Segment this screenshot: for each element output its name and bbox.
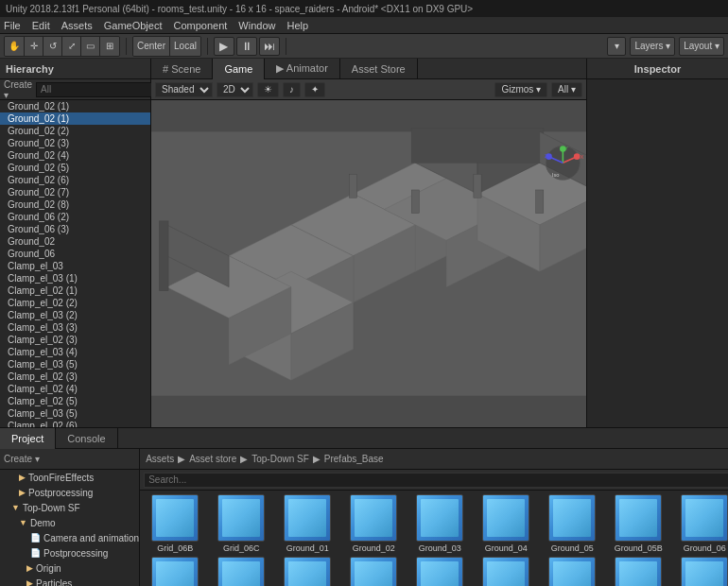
breadcrumb-assets[interactable]: Assets (146, 454, 174, 464)
asset-groundde1[interactable]: Ground_de... (408, 557, 471, 586)
asset-ground06[interactable]: Ground_06 (673, 494, 728, 553)
asset-ground08[interactable]: Ground_08 (276, 557, 338, 586)
account-button[interactable]: ▾ (607, 37, 626, 56)
hierarchy-item[interactable]: Clamp_el_03 (3) (0, 321, 150, 334)
hierarchy-item[interactable]: Ground_02 (8) (0, 198, 150, 211)
menu-gameobject[interactable]: GameObject (104, 20, 163, 31)
view-2d-select[interactable]: 2D (217, 82, 253, 97)
transform-tool-button[interactable]: ⊞ (100, 37, 119, 56)
breadcrumb-assetstore[interactable]: Asset store (189, 454, 236, 464)
tab-asset-store[interactable]: Asset Store (340, 59, 418, 79)
hierarchy-item[interactable]: Ground_02 (1) (0, 100, 150, 112)
project-item-demo[interactable]: ▼Demo (0, 515, 139, 530)
hierarchy-item[interactable]: Clamp_el_02 (1) (0, 284, 150, 297)
menu-help[interactable]: Help (286, 20, 308, 31)
hierarchy-item[interactable]: Clamp_el_03 (5) (0, 358, 150, 371)
pause-button[interactable]: ⏸ (236, 37, 257, 56)
step-button[interactable]: ⏭ (259, 37, 280, 56)
breadcrumb-prefabsbase[interactable]: Prefabs_Base (324, 454, 384, 464)
asset-grounddo2[interactable]: Ground_do... (673, 557, 728, 586)
tab-game[interactable]: Game (213, 59, 265, 79)
hierarchy-create-label[interactable]: Create ▾ (4, 79, 32, 100)
hierarchy-item[interactable]: Ground_02 (3) (0, 137, 150, 149)
hierarchy-item[interactable]: Ground_06 (3) (0, 223, 150, 235)
hierarchy-item[interactable]: Clamp_el_02 (5) (0, 395, 150, 407)
rotate-tool-button[interactable]: ↺ (43, 37, 62, 56)
asset-grid06b[interactable]: Grid_06B (144, 494, 206, 553)
project-item-particles[interactable]: ▶Particles (0, 576, 139, 586)
hierarchy-item[interactable]: Ground_02 (5) (0, 162, 150, 174)
project-item-postprocessing2[interactable]: 📄Postprocessing (0, 545, 139, 560)
menu-component[interactable]: Component (173, 20, 227, 31)
assets-search-input[interactable] (144, 473, 728, 488)
scale-tool-button[interactable]: ⤢ (62, 37, 81, 56)
layers-button[interactable]: Layers ▾ (630, 37, 675, 56)
asset-ground03[interactable]: Ground_03 (408, 494, 471, 553)
project-item-camera[interactable]: 📄Camera and animation (0, 530, 139, 545)
menu-file[interactable]: File (4, 20, 21, 31)
menu-edit[interactable]: Edit (32, 20, 50, 31)
menu-window[interactable]: Window (238, 20, 275, 31)
asset-ground01[interactable]: Ground_01 (276, 494, 338, 553)
hierarchy-item[interactable]: Clamp_el_02 (3) (0, 334, 150, 346)
hierarchy-item[interactable]: Clamp_el_02 (4) (0, 383, 150, 395)
hierarchy-item[interactable]: Ground_02 (0, 235, 150, 248)
hierarchy-item[interactable]: Clamp_el_03 (0, 260, 150, 272)
rect-tool-button[interactable]: ▭ (81, 37, 100, 56)
breadcrumb-topdownsf[interactable]: Top-Down SF (251, 454, 309, 464)
pivot-local-button[interactable]: Local (170, 37, 200, 56)
asset-groundde2[interactable]: Ground_de... (475, 557, 537, 586)
gizmos-button[interactable]: Gizmos ▾ (494, 82, 547, 97)
asset-icon (681, 557, 728, 586)
hand-tool-button[interactable]: ✋ (5, 37, 25, 56)
project-item-topdownsf[interactable]: ▼Top-Down SF (0, 500, 139, 515)
pivot-center-button[interactable]: Center (133, 37, 170, 56)
play-button[interactable]: ▶ (214, 37, 234, 56)
hierarchy-item[interactable]: Ground_06 (0, 248, 150, 260)
hierarchy-item[interactable]: Clamp_el_02 (2) (0, 297, 150, 309)
hierarchy-item[interactable]: Clamp_el_03 (4) (0, 346, 150, 358)
toolbar-sep-2 (207, 38, 208, 55)
hierarchy-item[interactable]: Ground_06 (2) (0, 211, 150, 223)
asset-ground04[interactable]: Ground_04 (475, 494, 537, 553)
asset-ground05b[interactable]: Ground_05B (607, 494, 669, 553)
asset-grounddo1[interactable]: Ground_do... (607, 557, 669, 586)
hierarchy-item[interactable]: Ground_02 (1) (0, 112, 150, 125)
hierarchy-item[interactable]: Clamp_el_03 (2) (0, 309, 150, 321)
hierarchy-item[interactable]: Ground_02 (4) (0, 149, 150, 162)
tab-project[interactable]: Project (0, 428, 56, 449)
move-tool-button[interactable]: ✛ (25, 37, 43, 56)
hierarchy-item[interactable]: Clamp_el_02 (6) (0, 420, 150, 427)
project-item-origin[interactable]: ▶Origin (0, 560, 139, 576)
shading-mode-select[interactable]: Shaded (155, 82, 213, 97)
project-item-postprocessing[interactable]: ▶Postprocessing (0, 485, 139, 500)
layout-button[interactable]: Layout ▾ (679, 37, 724, 56)
hierarchy-item[interactable]: Ground_02 (7) (0, 186, 150, 198)
asset-icon (217, 557, 265, 586)
hierarchy-search-input[interactable] (36, 82, 165, 97)
lighting-toggle-button[interactable]: ☀ (257, 82, 279, 97)
effects-toggle-button[interactable]: ✦ (304, 82, 325, 97)
asset-groundde3[interactable]: Ground_de... (541, 557, 603, 586)
hierarchy-item[interactable]: Ground_02 (6) (0, 174, 150, 186)
asset-ground05[interactable]: Ground_05 (541, 494, 603, 553)
inspector-panel: Inspector (586, 59, 728, 427)
project-item-toonfireeffects[interactable]: ▶ToonFireEffects (0, 470, 139, 485)
tab-scene[interactable]: # Scene (151, 59, 213, 79)
project-create-button[interactable]: Create ▾ (4, 454, 40, 464)
tab-animator[interactable]: ▶ Animator (265, 59, 339, 79)
tab-console[interactable]: Console (56, 428, 117, 449)
hierarchy-item[interactable]: Ground_02 (2) (0, 125, 150, 137)
asset-ground02[interactable]: Ground_02 (342, 494, 405, 553)
asset-ground08b[interactable]: Ground_08B (342, 557, 405, 586)
scene-viewport[interactable]: X Y Z Iso (151, 100, 586, 427)
asset-ground07b[interactable]: Ground_07B (210, 557, 272, 586)
all-button[interactable]: All ▾ (551, 82, 582, 97)
asset-grid06c[interactable]: Grid_06C (210, 494, 272, 553)
hierarchy-item[interactable]: Clamp_el_03 (1) (0, 272, 150, 284)
hierarchy-item[interactable]: Clamp_el_03 (5) (0, 407, 150, 420)
menu-assets[interactable]: Assets (61, 20, 93, 31)
asset-ground07[interactable]: Ground_07 (144, 557, 206, 586)
hierarchy-item[interactable]: Clamp_el_02 (3) (0, 371, 150, 383)
audio-toggle-button[interactable]: ♪ (283, 82, 301, 97)
